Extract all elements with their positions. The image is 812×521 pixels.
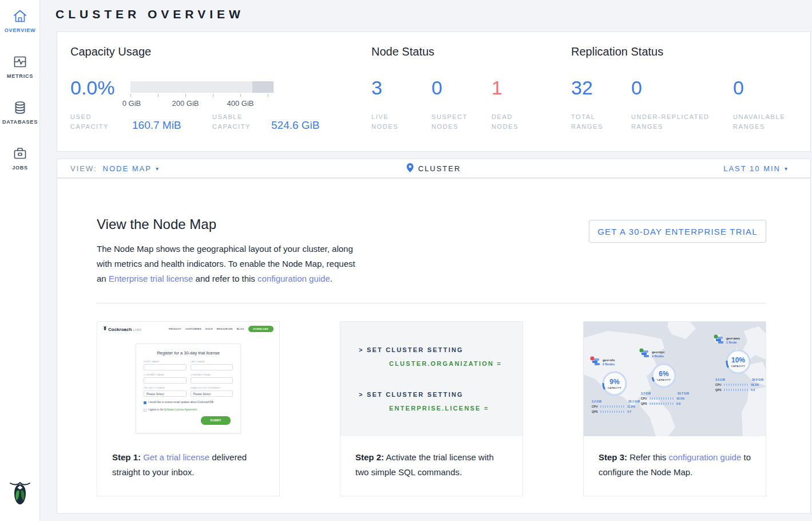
capacity-percent: 9% (609, 378, 619, 386)
time-range-value: LAST 10 MIN (723, 164, 781, 173)
sql-line: CLUSTER.ORGANIZATION = (389, 360, 502, 367)
node-map-panel: View the Node Map The Node Map shows the… (57, 178, 811, 514)
get-enterprise-trial-button[interactable]: GET A 30-DAY ENTERPRISE TRIAL (589, 220, 766, 243)
sidebar-item-overview[interactable]: OVERVIEW (0, 8, 40, 33)
sql-commands-snippet: > SET CLUSTER SETTING CLUSTER.ORGANIZATI… (340, 322, 522, 436)
mini-checkbox-text: I agree to the (148, 408, 164, 411)
used-capacity: 3.2 GiB (592, 400, 601, 403)
qps-value: 4.4 (751, 388, 755, 392)
sidebar-item-label: METRICS (0, 73, 40, 79)
suspect-nodes-value: 0 (431, 77, 442, 99)
mini-field-label: FIRST NAME (144, 360, 187, 363)
configuration-guide-link[interactable]: configuration guide (669, 452, 742, 462)
live-nodes-label: LIVE NODES (371, 112, 417, 132)
sidebar-item-label: JOBS (0, 165, 40, 171)
node-map-marker-nyc: geo=nyc 2 Nodes 6% CAPACITY (641, 350, 695, 405)
metrics-icon (0, 54, 40, 70)
capacity-label: CAPACITY (731, 365, 745, 368)
usable-capacity-label: USABLE CAPACITY (212, 112, 258, 132)
gauge-tick-label: 400 GiB (227, 99, 254, 108)
sidebar-item-jobs[interactable]: JOBS (0, 145, 40, 171)
enterprise-trial-license-link[interactable]: Enterprise trial license (109, 274, 193, 283)
section-divider (97, 303, 766, 303)
locality-node-count: 2 Nodes (652, 354, 664, 358)
step1-card: Cockroach LABS PRODUCT CUSTOMERS DOCS RE… (97, 321, 280, 496)
view-label: VIEW: (70, 164, 97, 173)
mini-input (144, 364, 187, 370)
mini-logo-suffix: LABS (133, 328, 141, 331)
mini-checkbox-label: I would like to receive email updates ab… (148, 401, 214, 404)
view-selector-dropdown[interactable]: NODE MAP ▾ (103, 164, 159, 173)
sidebar-item-label: DATABASES (0, 119, 40, 125)
get-trial-license-link[interactable]: Get a trial license (143, 452, 209, 462)
capacity-percent: 10% (731, 356, 745, 364)
node-map-thumbnail: geo=sfo 2 Nodes 9% CAPACITY (584, 322, 766, 436)
capacity-ring: 10% CAPACITY (723, 347, 753, 377)
qps-bar (600, 411, 625, 413)
chevron-down-icon: ▾ (156, 165, 159, 172)
sidebar-item-metrics[interactable]: METRICS (0, 54, 40, 79)
home-icon (0, 8, 40, 24)
mini-submit-button: SUBMIT (201, 416, 231, 425)
capacity-gauge-used-segment (252, 81, 274, 93)
total-capacity: 36.6 GiB (752, 378, 763, 381)
mini-field-label: COMPANY NAME (144, 373, 187, 376)
mini-checkbox (144, 409, 146, 412)
locality-name: geo=ams (726, 337, 740, 340)
gauge-tick-label: 200 GiB (172, 99, 199, 108)
step2-label: Step 2: (355, 452, 384, 462)
cpu-label: CPU (641, 397, 648, 400)
mini-select: Please Select (144, 390, 187, 397)
used-capacity-label: USED CAPACITY (70, 112, 116, 132)
node-map-heading: View the Node Map (97, 216, 216, 232)
capacity-percent: 0.0% (70, 77, 115, 99)
unavailable-ranges-value: 0 (733, 77, 744, 99)
mini-download-button: DOWNLOAD (248, 326, 274, 332)
locality-name: geo=nyc (652, 350, 664, 354)
node-map-marker-sfo: geo=sfo 2 Nodes 9% CAPACITY (592, 358, 645, 413)
cpu-bar (724, 384, 749, 386)
cpu-bar (600, 405, 625, 408)
mini-input (191, 377, 233, 384)
used-capacity: 3.7 GiB (641, 392, 651, 395)
time-range-dropdown[interactable]: LAST 10 MIN ▾ (723, 164, 787, 173)
usable-capacity-value: 524.6 GiB (271, 119, 320, 132)
cpu-value: 11.0% (627, 405, 635, 408)
sql-line: ENTERPRISE.LICENSE = (389, 405, 489, 412)
capacity-ring: 6% CAPACITY (649, 361, 679, 390)
chevron-down-icon: ▾ (785, 165, 787, 172)
register-page-thumbnail: Cockroach LABS PRODUCT CUSTOMERS DOCS RE… (97, 322, 279, 436)
sidebar-item-databases[interactable]: DATABASES (0, 100, 40, 125)
mini-license-link: Software License Agreement. (164, 408, 198, 411)
gauge-tick (268, 94, 268, 97)
sql-line: > SET CLUSTER SETTING (359, 346, 464, 353)
mini-select: Please Select (191, 390, 233, 397)
view-selector-value: NODE MAP (103, 164, 152, 173)
node-map-marker-ams: geo=ams 1 Node 10% CAPACITY (715, 337, 766, 392)
total-capacity: 63.7 GiB (678, 392, 689, 395)
configuration-guide-link[interactable]: configuration guide (258, 274, 330, 283)
step3-caption: Step 3: Refer this configuration guide t… (584, 436, 766, 480)
qps-label: QPS (592, 410, 599, 413)
step2-caption: Step 2: Activate the trial license with … (340, 436, 522, 480)
mini-nav-item: RESOURCES (217, 327, 233, 330)
capacity-gauge (130, 81, 274, 93)
unavailable-ranges-label: UNAVAILABLE RANGES (733, 112, 796, 132)
mini-nav-item: BLOG (237, 327, 244, 330)
qps-bar (649, 402, 675, 405)
databases-icon (0, 100, 40, 116)
mini-checkbox-label: I agree to the Software License Agreemen… (148, 408, 198, 411)
capacity-label: CAPACITY (608, 386, 621, 389)
cluster-summary-panel: Capacity Usage 0.0% 0 GiB 200 GiB 400 Gi… (57, 31, 811, 152)
suspect-nodes-label: SUSPECT NODES (431, 112, 477, 132)
gauge-tick (130, 94, 131, 97)
cpu-label: CPU (715, 383, 722, 386)
cpu-value: 58.3% (751, 383, 759, 386)
location-pin-icon (407, 163, 414, 174)
mini-form-title: Register for a 30-day trial license (144, 350, 233, 356)
description-text: and refer to this (193, 274, 258, 283)
replication-status-title: Replication Status (571, 45, 663, 58)
mini-nav-item: DOCS (205, 327, 213, 330)
step2-card: > SET CLUSTER SETTING CLUSTER.ORGANIZATI… (340, 321, 523, 496)
step3-text: Refer this (627, 452, 669, 462)
